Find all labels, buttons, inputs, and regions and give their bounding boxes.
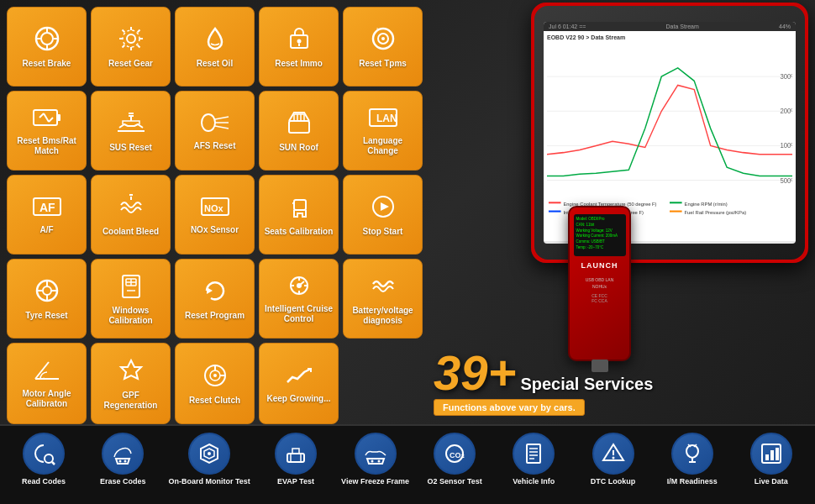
- sus-reset-label: SUS Reset: [109, 143, 152, 153]
- btn-tyre-reset[interactable]: Tyre Reset: [7, 259, 87, 339]
- services-area: Reset Brake Reset Gear Reset Oil Reset I…: [0, 0, 815, 424]
- device-date: Jul 6 01:42 ==: [549, 24, 586, 29]
- motor-angle-icon: °: [32, 359, 62, 386]
- reset-tpms-icon: °: [370, 25, 397, 56]
- language-change-icon: LAN: [368, 106, 398, 134]
- btn-seats-calibration[interactable]: Seats Calibration: [259, 175, 339, 255]
- btn-intelligent-cruise[interactable]: Intelligent Cruise Control: [259, 259, 339, 339]
- btn-reset-immo[interactable]: Reset Immo: [259, 7, 339, 87]
- bottom-dtc-lookup[interactable]: DTC Lookup: [580, 433, 647, 486]
- svg-line-19: [49, 118, 53, 122]
- reset-clutch-icon: [202, 362, 229, 393]
- svg-rect-102: [776, 448, 779, 460]
- btn-afs-reset[interactable]: AFS Reset: [175, 91, 255, 171]
- btn-reset-program[interactable]: Reset Program: [175, 259, 255, 339]
- special-title: Special Services: [520, 375, 653, 394]
- reset-gear-icon: [118, 25, 145, 56]
- svg-rect-101: [770, 450, 774, 460]
- vehicle-info-icon: [513, 433, 555, 475]
- btn-reset-tpms[interactable]: ° Reset Tpms: [343, 7, 423, 87]
- bottom-read-codes[interactable]: Read Codes: [10, 433, 77, 486]
- btn-reset-gear[interactable]: Reset Gear: [91, 7, 171, 87]
- view-freeze-icon: [355, 433, 397, 475]
- afs-reset-icon: [200, 111, 230, 139]
- btn-reset-bms[interactable]: Reset Bms/Rat Match: [7, 91, 87, 171]
- vehicle-info-label: Vehicle Info: [513, 477, 555, 486]
- o2-sensor-icon: CO₂: [434, 433, 476, 475]
- dtc-lookup-label: DTC Lookup: [591, 477, 636, 486]
- on-board-label: On-Board Monitor Test: [168, 477, 250, 486]
- bottom-on-board[interactable]: On-Board Monitor Test: [168, 433, 250, 486]
- svg-point-78: [119, 460, 122, 463]
- im-readiness-icon: [671, 433, 713, 475]
- btn-reset-brake[interactable]: Reset Brake: [7, 7, 87, 87]
- svg-point-80: [208, 452, 211, 455]
- seats-calibration-icon: [286, 193, 313, 224]
- btn-sun-roof[interactable]: SUN Roof: [259, 91, 339, 171]
- device-subtitle: EOBD V22 90 > Data Stream: [547, 34, 792, 40]
- bottom-evap-test[interactable]: EVAP Test: [262, 433, 329, 486]
- btn-nox-sensor[interactable]: NOx NOx Sensor: [175, 175, 255, 255]
- scanner-screen-content: Model: OBDIIPro CAN: 11bit Working Volta…: [576, 217, 623, 251]
- dtc-lookup-icon: [592, 433, 634, 475]
- live-data-label: Live Data: [755, 477, 788, 486]
- svg-rect-74: [670, 211, 682, 213]
- bottom-im-readiness[interactable]: I/M Readiness: [659, 433, 726, 486]
- svg-text:AF: AF: [39, 201, 55, 214]
- btn-battery-voltage[interactable]: Battery/voltage diagnosis: [343, 259, 423, 339]
- svg-text:300%: 300%: [780, 73, 792, 81]
- coolant-bleed-label: Coolant Bleed: [103, 227, 159, 237]
- keep-growing-label: Keep Growing...: [266, 394, 330, 404]
- svg-point-20: [202, 114, 215, 131]
- bottom-erase-codes[interactable]: Erase Codes: [89, 433, 156, 486]
- reset-clutch-label: Reset Clutch: [189, 396, 240, 406]
- read-codes-label: Read Codes: [22, 477, 66, 486]
- btn-gpf-regen[interactable]: GPF Regeneration: [91, 343, 171, 424]
- reset-program-label: Reset Program: [185, 311, 244, 321]
- bottom-bar: Read Codes Erase Codes On-Board Monitor …: [0, 424, 815, 504]
- btn-motor-angle[interactable]: ° Motor Angle Calibraton: [7, 343, 87, 424]
- bottom-o2-sensor[interactable]: CO₂ O2 Sensor Test: [421, 433, 488, 486]
- view-freeze-label: View Freeze Frame: [341, 477, 409, 486]
- main-container: Reset Brake Reset Gear Reset Oil Reset I…: [0, 0, 815, 504]
- btn-af[interactable]: AF A/F: [7, 175, 87, 255]
- special-subtitle: Functions above vary by cars.: [434, 399, 585, 416]
- device-battery: 44%: [779, 24, 791, 29]
- scanner-cert: CE FCCFC CCA: [592, 293, 607, 303]
- btn-coolant-bleed[interactable]: Coolant Bleed: [91, 175, 171, 255]
- reset-oil-icon: [202, 25, 229, 56]
- sun-roof-label: SUN Roof: [279, 143, 318, 153]
- erase-codes-icon: [102, 433, 144, 475]
- btn-windows-calibration[interactable]: Windows Calibration: [91, 259, 171, 339]
- svg-point-38: [43, 286, 51, 295]
- bottom-vehicle-info[interactable]: Vehicle Info: [500, 433, 567, 486]
- btn-keep-growing[interactable]: Keep Growing...: [259, 343, 339, 424]
- svg-rect-16: [57, 114, 60, 121]
- svg-line-21: [215, 117, 229, 119]
- svg-rect-72: [549, 211, 561, 213]
- battery-voltage-label: Battery/voltage diagnosis: [347, 306, 418, 326]
- svg-rect-100: [765, 454, 769, 460]
- btn-reset-clutch[interactable]: Reset Clutch: [175, 343, 255, 424]
- svg-point-76: [45, 454, 53, 463]
- bottom-view-freeze[interactable]: View Freeze Frame: [341, 433, 409, 486]
- reset-tpms-label: Reset Tpms: [359, 59, 407, 69]
- windows-calibration-icon: [118, 272, 145, 303]
- nox-sensor-label: NOx Sensor: [191, 225, 239, 235]
- data-chart: 300% 200% 100% 500% Engine Coolant: [547, 42, 792, 215]
- intelligent-cruise-label: Intelligent Cruise Control: [263, 304, 334, 324]
- services-grid: Reset Brake Reset Gear Reset Oil Reset I…: [7, 7, 423, 424]
- btn-stop-start[interactable]: Stop Start: [343, 175, 423, 255]
- svg-line-77: [52, 462, 55, 465]
- bottom-live-data[interactable]: Live Data: [738, 433, 805, 486]
- live-data-icon: [750, 433, 792, 475]
- btn-reset-oil[interactable]: Reset Oil: [175, 7, 255, 87]
- motor-angle-label: Motor Angle Calibraton: [11, 389, 82, 409]
- tyre-reset-label: Tyre Reset: [25, 311, 67, 321]
- btn-sus-reset[interactable]: SUS Reset: [91, 91, 171, 171]
- on-board-icon: [188, 433, 230, 475]
- erase-codes-label: Erase Codes: [100, 477, 146, 486]
- gpf-regen-label: GPF Regeneration: [95, 391, 166, 411]
- scanner-logo: LAUNCH: [581, 261, 618, 270]
- btn-language-change[interactable]: LAN Language Change: [343, 91, 423, 171]
